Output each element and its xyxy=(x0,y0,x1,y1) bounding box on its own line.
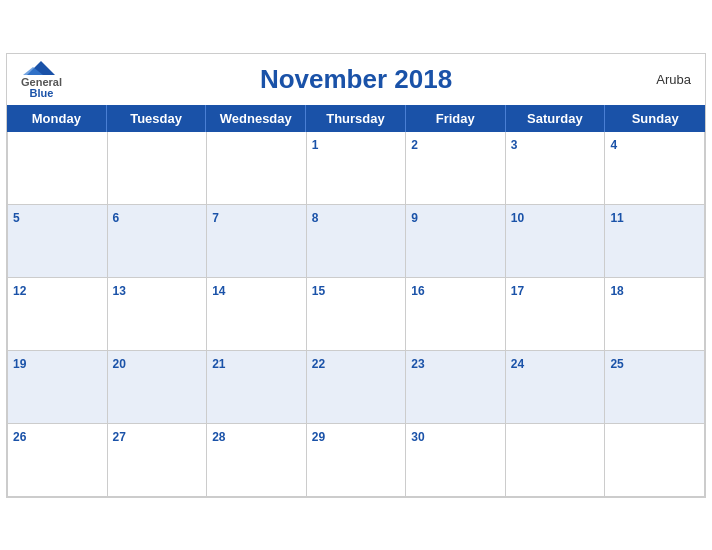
calendar-cell: 27 xyxy=(108,424,208,497)
calendar-cell: 1 xyxy=(307,132,407,205)
calendar-cell: 10 xyxy=(506,205,606,278)
calendar-title: November 2018 xyxy=(260,64,452,95)
day-thursday: Thursday xyxy=(306,105,406,132)
calendar-cell: 13 xyxy=(108,278,208,351)
day-number: 1 xyxy=(312,138,319,152)
day-wednesday: Wednesday xyxy=(206,105,306,132)
calendar-grid: 1234567891011121314151617181920212223242… xyxy=(7,132,705,497)
day-number: 20 xyxy=(113,357,126,371)
day-number: 22 xyxy=(312,357,325,371)
calendar-cell xyxy=(8,132,108,205)
calendar-cell: 30 xyxy=(406,424,506,497)
day-friday: Friday xyxy=(406,105,506,132)
day-number: 17 xyxy=(511,284,524,298)
day-number: 13 xyxy=(113,284,126,298)
calendar-cell: 19 xyxy=(8,351,108,424)
day-number: 16 xyxy=(411,284,424,298)
day-monday: Monday xyxy=(7,105,107,132)
days-header: Monday Tuesday Wednesday Thursday Friday… xyxy=(7,105,705,132)
day-number: 10 xyxy=(511,211,524,225)
logo-blue: Blue xyxy=(30,88,54,99)
day-tuesday: Tuesday xyxy=(107,105,207,132)
calendar-cell: 16 xyxy=(406,278,506,351)
calendar-cell: 18 xyxy=(605,278,705,351)
day-number: 6 xyxy=(113,211,120,225)
day-sunday: Sunday xyxy=(605,105,705,132)
calendar-cell: 5 xyxy=(8,205,108,278)
day-number: 15 xyxy=(312,284,325,298)
calendar-cell xyxy=(108,132,208,205)
logo: General Blue xyxy=(21,59,62,99)
day-number: 21 xyxy=(212,357,225,371)
calendar-cell xyxy=(506,424,606,497)
day-number: 5 xyxy=(13,211,20,225)
calendar-header: General Blue November 2018 Aruba xyxy=(7,54,705,105)
day-number: 24 xyxy=(511,357,524,371)
day-number: 28 xyxy=(212,430,225,444)
day-number: 8 xyxy=(312,211,319,225)
calendar: General Blue November 2018 Aruba Monday … xyxy=(6,53,706,498)
country-label: Aruba xyxy=(656,72,691,87)
calendar-cell: 4 xyxy=(605,132,705,205)
calendar-cell: 12 xyxy=(8,278,108,351)
day-number: 25 xyxy=(610,357,623,371)
calendar-cell: 20 xyxy=(108,351,208,424)
calendar-cell: 25 xyxy=(605,351,705,424)
calendar-cell: 28 xyxy=(207,424,307,497)
day-number: 30 xyxy=(411,430,424,444)
calendar-cell: 24 xyxy=(506,351,606,424)
calendar-cell: 23 xyxy=(406,351,506,424)
day-number: 29 xyxy=(312,430,325,444)
day-number: 3 xyxy=(511,138,518,152)
calendar-cell: 3 xyxy=(506,132,606,205)
logo-icon xyxy=(23,59,59,77)
calendar-cell: 17 xyxy=(506,278,606,351)
day-saturday: Saturday xyxy=(506,105,606,132)
day-number: 27 xyxy=(113,430,126,444)
day-number: 7 xyxy=(212,211,219,225)
day-number: 11 xyxy=(610,211,623,225)
calendar-cell: 14 xyxy=(207,278,307,351)
calendar-cell: 2 xyxy=(406,132,506,205)
calendar-cell: 6 xyxy=(108,205,208,278)
day-number: 19 xyxy=(13,357,26,371)
day-number: 26 xyxy=(13,430,26,444)
day-number: 18 xyxy=(610,284,623,298)
calendar-cell: 8 xyxy=(307,205,407,278)
calendar-cell: 9 xyxy=(406,205,506,278)
calendar-cell: 7 xyxy=(207,205,307,278)
calendar-cell xyxy=(207,132,307,205)
day-number: 23 xyxy=(411,357,424,371)
calendar-cell: 26 xyxy=(8,424,108,497)
day-number: 14 xyxy=(212,284,225,298)
day-number: 12 xyxy=(13,284,26,298)
calendar-cell: 22 xyxy=(307,351,407,424)
calendar-cell: 15 xyxy=(307,278,407,351)
calendar-cell: 11 xyxy=(605,205,705,278)
day-number: 2 xyxy=(411,138,418,152)
calendar-cell: 21 xyxy=(207,351,307,424)
calendar-cell xyxy=(605,424,705,497)
day-number: 4 xyxy=(610,138,617,152)
day-number: 9 xyxy=(411,211,418,225)
calendar-cell: 29 xyxy=(307,424,407,497)
